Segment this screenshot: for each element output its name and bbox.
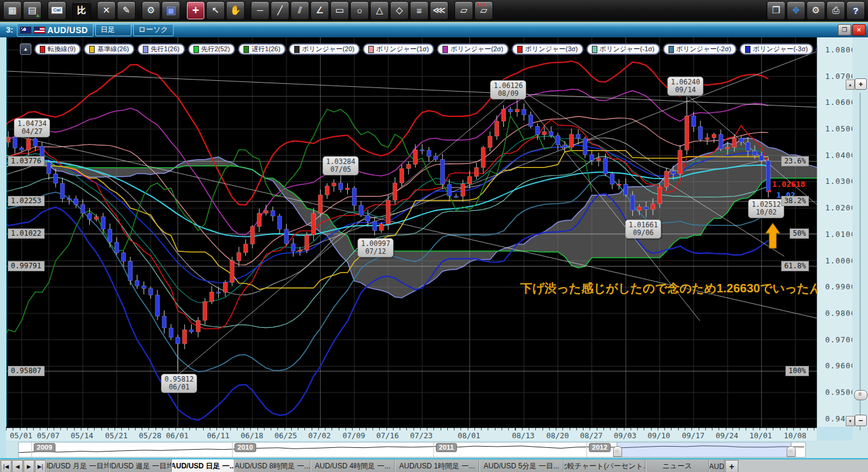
tenkan-color-swatch: [40, 46, 45, 53]
technical-editor-icon[interactable]: ✕: [97, 1, 116, 20]
candle-up: [264, 211, 268, 213]
legend-item-label: ボリンジャー(1σ): [376, 45, 429, 54]
candle-down: [142, 286, 146, 289]
save-icon[interactable]: ▣: [162, 1, 180, 20]
candle-up: [658, 187, 662, 204]
help-icon[interactable]: ?: [846, 1, 865, 20]
chart-tab[interactable]: AUD/USD 5分足 一目...: [479, 459, 564, 472]
currency-pair-box[interactable]: AUD/USD: [17, 24, 93, 37]
scrollbar-grip[interactable]: [854, 390, 867, 400]
new-chart-icon[interactable]: ▤+: [23, 1, 42, 20]
hand-icon[interactable]: ✋: [226, 1, 245, 20]
legend-collapse-button[interactable]: ▲: [20, 43, 31, 55]
horizontal-line-icon[interactable]: ─: [251, 1, 269, 20]
cursor-icon[interactable]: ↖: [206, 1, 225, 20]
fan-lines-icon[interactable]: ⋘: [430, 1, 448, 20]
candle-down: [576, 134, 580, 139]
scroll-down-icon[interactable]: ▼: [846, 416, 855, 426]
eraser-icon[interactable]: ▱: [454, 1, 473, 20]
chart-type-button[interactable]: ローソク: [133, 24, 174, 36]
close-window-button[interactable]: ✕: [852, 24, 866, 36]
history-navigator[interactable]: 2009201020112012: [6, 441, 852, 458]
date-tick-label: 06/11: [207, 431, 230, 440]
erase-all-icon[interactable]: ▱ALL: [474, 1, 493, 20]
legend-item-senkou1[interactable]: 先行1(26): [137, 43, 185, 55]
chart-tab[interactable]: AUD/USD 8時間足 一...: [234, 459, 310, 472]
tab-scroll-last[interactable]: ▶|: [35, 460, 46, 472]
legend-item-tenkan[interactable]: 転換線(9): [34, 43, 81, 55]
angle-line-icon[interactable]: ∠: [310, 1, 329, 20]
chart-tab[interactable]: 比較チャート(パーセント...: [564, 459, 646, 472]
add-tab-button[interactable]: +: [725, 460, 738, 472]
calendar-icon[interactable]: Cal: [48, 1, 66, 20]
settings-gear-icon[interactable]: ⚙: [807, 1, 825, 20]
price-axis[interactable]: 1.08001.07001.06001.05001.04001.03001.02…: [817, 37, 853, 427]
parallel-lines-icon[interactable]: ⫽: [291, 1, 309, 20]
legend-item-kijun[interactable]: 基準線(26): [84, 43, 134, 55]
tab-scroll-prev[interactable]: ◀: [12, 460, 23, 472]
legend-item-senkou2[interactable]: 先行2(52): [188, 43, 236, 55]
candle-down: [753, 151, 757, 155]
legend-item-bbm2[interactable]: ボリンジャー(-2σ): [663, 43, 737, 55]
senkou2-color-swatch: [193, 46, 199, 53]
chart-tab-active[interactable]: AUD/USD 日足 一...: [172, 459, 234, 472]
navigator-strip[interactable]: 2009201020112012: [18, 442, 806, 458]
scroll-up-icon[interactable]: ▲: [846, 80, 855, 90]
chart-settings-icon[interactable]: ⚙: [142, 1, 160, 20]
zoom-out-button[interactable]: −: [855, 415, 867, 426]
candle-down: [739, 138, 743, 142]
legend-item-bbm3[interactable]: ボリンジャー(-3σ): [740, 43, 813, 55]
candle-down: [285, 229, 289, 244]
rectangle-icon[interactable]: ▭: [330, 1, 349, 20]
polygon-icon[interactable]: ◇: [390, 1, 409, 20]
ellipse-icon[interactable]: ○: [350, 1, 369, 20]
main-toolbar: ▦▤+Cal比✕✎⚙▣+↖✋─╱⫽∠▭○△◇≡⋘▱▱ALL❐✥⚙⎙?: [0, 0, 868, 22]
up-arrow-marker[interactable]: [766, 223, 780, 248]
quote-list-icon[interactable]: ▦: [3, 1, 22, 20]
timeframe-button[interactable]: 日足: [95, 24, 131, 36]
candlestick-chart-plot[interactable]: ▲ 転換線(9)基準線(26)先行1(26)先行2(52)遅行1(26)ボリンジ…: [6, 37, 817, 427]
crosshair-icon[interactable]: +: [186, 1, 205, 20]
date-tick-label: 09/17: [682, 431, 705, 440]
candle-down: [216, 292, 221, 293]
vertical-scrollbar[interactable]: + ▲ ▼ −: [852, 37, 868, 458]
chart-tab[interactable]: AUD/USD 月足 一目均...: [46, 459, 109, 472]
tab-label: AUD/USD 日足 一...: [172, 461, 234, 471]
zoom-in-button[interactable]: +: [855, 78, 867, 90]
tab-scroll-next[interactable]: ▶: [24, 460, 34, 472]
tab-scroll-first[interactable]: |◀: [1, 460, 11, 472]
navigator-left-handle[interactable]: [613, 446, 622, 457]
chart-tab[interactable]: AUD/USD 週足 一目均...: [109, 459, 172, 472]
scrollbar-track[interactable]: [860, 93, 861, 430]
chart-tab[interactable]: ニュース: [646, 459, 709, 472]
chikou-line: [7, 109, 592, 344]
candle-down: [189, 330, 193, 332]
price-tick-label: 0.9600: [825, 361, 856, 370]
fibonacci-lines-icon[interactable]: ≡: [410, 1, 429, 20]
compare-icon[interactable]: 比: [72, 1, 91, 20]
chart-tab[interactable]: AUD/USD 4時間足 一...: [310, 459, 395, 472]
legend-item-bbm1[interactable]: ボリンジャー(-1σ): [587, 43, 660, 55]
chart-tab[interactable]: AUD: [709, 459, 725, 472]
legend-item-ema13[interactable]: EMA(13): [816, 43, 817, 55]
legend-item-bbp2[interactable]: ボリンジャー(2σ): [437, 43, 509, 55]
legend-item-chikou[interactable]: 遅行1(26): [238, 43, 286, 55]
expand-icon[interactable]: ✥: [787, 1, 805, 20]
windows-icon[interactable]: ❐: [767, 1, 785, 20]
candle-up: [502, 109, 506, 121]
printer-icon[interactable]: ⎙: [826, 1, 845, 20]
draw-pencil-icon[interactable]: ✎: [117, 1, 136, 20]
drawn-trendline[interactable]: [178, 82, 526, 375]
navigator-selection[interactable]: [617, 442, 791, 457]
candle-up: [332, 183, 336, 186]
restore-window-button[interactable]: ❐: [838, 24, 851, 36]
trend-line-icon[interactable]: ╱: [271, 1, 289, 20]
triangle-icon[interactable]: △: [370, 1, 389, 20]
legend-item-bb0[interactable]: ボリンジャー(20): [289, 43, 360, 55]
legend-item-bbp1[interactable]: ボリンジャー(1σ): [363, 43, 435, 55]
candle-up: [664, 171, 668, 187]
chart-tab[interactable]: AUD/USD 1時間足 一...: [395, 459, 479, 472]
candle-up: [481, 148, 485, 168]
legend-item-bbp3[interactable]: ボリンジャー(3σ): [512, 43, 583, 55]
navigator-right-handle[interactable]: [787, 446, 796, 457]
